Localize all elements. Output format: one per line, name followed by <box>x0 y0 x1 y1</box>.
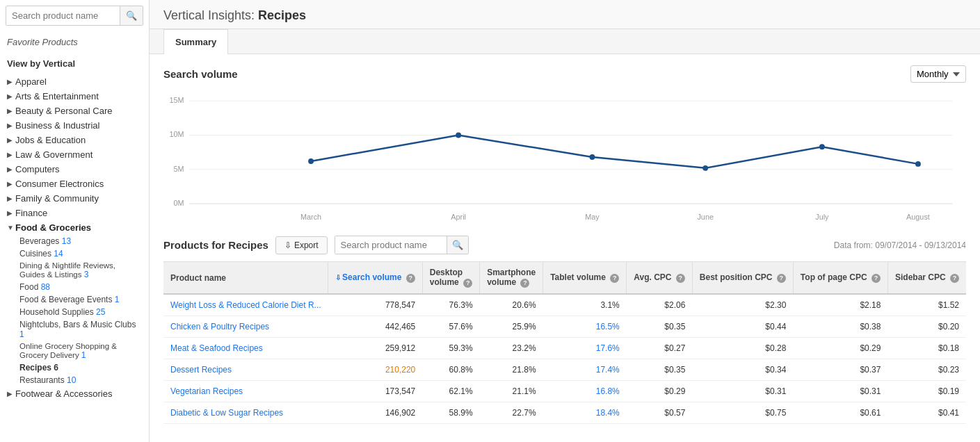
svg-text:5M: 5M <box>174 165 184 173</box>
sidebar-cpc-cell: $0.23 <box>887 359 966 381</box>
search-volume-chart: 15M 10M 5M 0M March April May June July … <box>163 90 966 229</box>
sub-item-dining[interactable]: Dining & Nightlife Reviews,Guides & List… <box>13 260 149 281</box>
product-name-cell[interactable]: Meat & Seafood Recipes <box>163 338 328 359</box>
search-volume-help-icon[interactable]: ? <box>406 274 415 283</box>
sidebar-item-consumer-elec[interactable]: ▶ Consumer Electronics <box>0 177 149 191</box>
chart-section: Search volume Monthly Weekly Daily 15M 1… <box>150 54 980 236</box>
chart-dot-august <box>915 161 921 167</box>
download-icon: ⇩ <box>284 240 291 250</box>
desktop-volume-cell: 57.6% <box>422 316 479 338</box>
product-name-cell[interactable]: Vegetarian Recipes <box>163 381 328 402</box>
export-label: Export <box>294 240 319 250</box>
sidebar-item-finance[interactable]: ▶ Finance <box>0 206 149 220</box>
sidebar-item-family[interactable]: ▶ Family & Community <box>0 191 149 206</box>
search-bar[interactable]: 🔍 <box>6 6 143 26</box>
tablet-volume-cell: 17.4% <box>543 359 627 381</box>
product-name-cell[interactable]: Dessert Recipes <box>163 359 328 381</box>
vertical-name: Recipes <box>258 8 306 22</box>
expand-arrow-family: ▶ <box>7 195 15 202</box>
sub-item-food[interactable]: Food 88 <box>13 281 149 293</box>
svg-text:August: August <box>906 213 930 221</box>
col-header-smartphone: Smartphonevolume ? <box>480 262 543 295</box>
products-table-body: Weight Loss & Reduced Calorie Diet R...7… <box>163 294 966 424</box>
avg-cpc-cell: $0.35 <box>627 359 693 381</box>
sidebar-item-footwear[interactable]: ▶ Footwear & Accessories <box>0 386 149 401</box>
chart-title: Search volume <box>163 68 238 80</box>
sidebar-item-apparel[interactable]: ▶ Apparel <box>0 74 149 89</box>
best-cpc-cell: $0.44 <box>692 316 793 338</box>
svg-text:March: March <box>300 213 321 221</box>
sidebar-item-jobs[interactable]: ▶ Jobs & Education <box>0 133 149 147</box>
time-period-select[interactable]: Monthly Weekly Daily <box>910 65 966 83</box>
smartphone-volume-cell: 20.6% <box>480 294 543 316</box>
sidebar-item-label: Apparel <box>15 76 47 87</box>
tablet-volume-cell: 16.8% <box>543 381 627 402</box>
top-cpc-help-icon[interactable]: ? <box>871 274 881 283</box>
product-name-cell[interactable]: Chicken & Poultry Recipes <box>163 316 328 338</box>
sidebar-item-arts[interactable]: ▶ Arts & Entertainment <box>0 89 149 104</box>
sub-item-online-grocery[interactable]: Online Grocery Shopping &Grocery Deliver… <box>13 341 149 361</box>
search-volume-cell: 442,465 <box>328 316 423 338</box>
best-cpc-cell: $0.75 <box>692 402 793 424</box>
sidebar-item-label: Footwear & Accessories <box>15 388 112 399</box>
top-cpc-cell: $0.29 <box>793 338 887 359</box>
sub-item-cuisines[interactable]: Cuisines 14 <box>13 247 149 260</box>
search-volume-cell: 778,547 <box>328 294 423 316</box>
table-row: Vegetarian Recipes173,54762.1%21.1%16.8%… <box>163 381 966 402</box>
sidebar-item-computers[interactable]: ▶ Computers <box>0 162 149 177</box>
smartphone-volume-cell: 22.7% <box>480 402 543 424</box>
sidebar-item-label: Food & Groceries <box>15 222 91 233</box>
food-groceries-sub: Beverages 13 Cuisines 14 Dining & Nightl… <box>0 235 149 386</box>
desktop-help-icon[interactable]: ? <box>463 279 472 288</box>
chart-container: 15M 10M 5M 0M March April May June July … <box>163 90 966 229</box>
expand-arrow-apparel: ▶ <box>7 78 15 85</box>
product-name-cell[interactable]: Diabetic & Low Sugar Recipes <box>163 402 328 424</box>
products-table: Product name ⇩Search volume ? Desktopvol… <box>163 261 966 424</box>
best-cpc-help-icon[interactable]: ? <box>777 274 786 283</box>
product-name-cell[interactable]: Weight Loss & Reduced Calorie Diet R... <box>163 294 328 316</box>
sub-item-food-events[interactable]: Food & Beverage Events 1 <box>13 293 149 306</box>
search-input[interactable] <box>6 6 120 25</box>
sidebar-cpc-help-icon[interactable]: ? <box>950 274 959 283</box>
svg-text:10M: 10M <box>170 130 184 138</box>
smartphone-volume-cell: 25.9% <box>480 316 543 338</box>
sidebar-item-label: Law & Government <box>15 149 93 160</box>
vertical-label: Vertical Insights: <box>163 8 258 22</box>
tab-summary[interactable]: Summary <box>163 29 228 54</box>
sub-item-nightclubs[interactable]: Nightclubs, Bars & Music Clubs 1 <box>13 318 149 341</box>
products-search-input[interactable] <box>335 236 447 254</box>
sidebar-cpc-cell: $0.18 <box>887 338 966 359</box>
chart-dot-april <box>456 133 461 138</box>
table-row: Meat & Seafood Recipes259,91259.3%23.2%1… <box>163 338 966 359</box>
sidebar-item-beauty[interactable]: ▶ Beauty & Personal Care <box>0 104 149 118</box>
smartphone-volume-cell: 21.1% <box>480 381 543 402</box>
top-cpc-cell: $2.18 <box>793 294 887 316</box>
best-cpc-cell: $0.28 <box>692 338 793 359</box>
expand-arrow-law: ▶ <box>7 151 15 158</box>
desktop-volume-cell: 59.3% <box>422 338 479 359</box>
svg-text:April: April <box>451 213 466 221</box>
sub-item-household[interactable]: Household Supplies 25 <box>13 306 149 318</box>
sub-item-recipes[interactable]: Recipes 6 <box>13 361 149 374</box>
chart-header: Search volume Monthly Weekly Daily <box>163 65 966 83</box>
sidebar-item-law[interactable]: ▶ Law & Government <box>0 147 149 162</box>
products-search-bar[interactable]: 🔍 <box>335 236 469 254</box>
col-header-search-volume[interactable]: ⇩Search volume ? <box>328 262 423 295</box>
search-icon[interactable]: 🔍 <box>120 6 143 25</box>
expand-arrow-business: ▶ <box>7 122 15 129</box>
tablet-help-icon[interactable]: ? <box>610 274 619 283</box>
smartphone-help-icon[interactable]: ? <box>520 279 529 288</box>
sub-item-restaurants[interactable]: Restaurants 10 <box>13 374 149 386</box>
products-title: Products for Recipes <box>163 239 268 251</box>
search-volume-cell: 259,912 <box>328 338 423 359</box>
avg-cpc-cell: $0.29 <box>627 381 693 402</box>
export-button[interactable]: ⇩ Export <box>275 236 328 254</box>
sidebar-item-business[interactable]: ▶ Business & Industrial <box>0 118 149 133</box>
table-row: Diabetic & Low Sugar Recipes146,90258.9%… <box>163 402 966 424</box>
products-search-icon[interactable]: 🔍 <box>447 236 468 254</box>
sidebar: 🔍 Favorite Products View by Vertical ▶ A… <box>0 0 150 442</box>
tablet-volume-cell: 3.1% <box>543 294 627 316</box>
avg-cpc-help-icon[interactable]: ? <box>676 274 685 283</box>
sidebar-item-food-groceries[interactable]: ▼ Food & Groceries <box>0 220 149 235</box>
sub-item-beverages[interactable]: Beverages 13 <box>13 235 149 247</box>
